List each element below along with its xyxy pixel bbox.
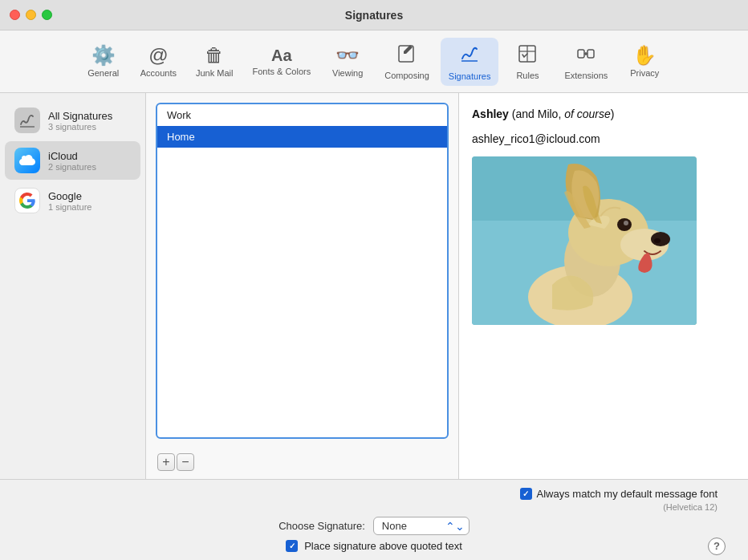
toolbar-label-fonts-colors: Fonts & Colors bbox=[252, 67, 311, 76]
signature-list: Work Home bbox=[156, 103, 449, 439]
google-name: Google bbox=[48, 190, 91, 202]
toolbar-item-viewing[interactable]: 👓 Viewing bbox=[322, 41, 373, 83]
composing-icon bbox=[396, 43, 417, 67]
svg-point-17 bbox=[654, 238, 661, 243]
toolbar-label-junk-mail: Junk Mail bbox=[196, 68, 233, 78]
svg-point-19 bbox=[624, 221, 628, 225]
toolbar-item-extensions[interactable]: Extensions bbox=[556, 39, 616, 85]
all-signatures-name: All Signatures bbox=[48, 110, 112, 122]
toolbar-item-composing[interactable]: Composing bbox=[376, 39, 437, 85]
add-signature-button[interactable]: + bbox=[157, 453, 175, 471]
titlebar: Signatures bbox=[0, 0, 748, 30]
general-icon: ⚙️ bbox=[91, 46, 116, 65]
font-match-label: Always match my default message font bbox=[537, 488, 718, 500]
all-signatures-text: All Signatures 3 signatures bbox=[48, 110, 112, 132]
toolbar-item-general[interactable]: ⚙️ General bbox=[78, 41, 129, 83]
sidebar-item-icloud[interactable]: iCloud 2 signatures bbox=[5, 141, 140, 180]
middle-panel: Work Home + − bbox=[146, 93, 459, 479]
preview-panel: Ashley (and Milo, of course) ashley_rico… bbox=[459, 93, 748, 479]
minimize-button[interactable] bbox=[26, 10, 36, 20]
font-hint: (Helvetica 12) bbox=[663, 502, 718, 512]
all-signatures-icon bbox=[14, 108, 40, 133]
sidebar: All Signatures 3 signatures iCloud 2 sig… bbox=[0, 93, 146, 479]
choose-sig-select[interactable]: None Work Home Random bbox=[373, 517, 470, 535]
svg-rect-5 bbox=[578, 50, 584, 58]
google-count: 1 signature bbox=[48, 202, 91, 212]
sig-name-suffix: (and Milo, of course) bbox=[509, 108, 615, 120]
icloud-icon bbox=[14, 148, 40, 173]
toolbar-label-composing: Composing bbox=[384, 71, 429, 80]
privacy-icon: ✋ bbox=[632, 46, 657, 65]
signatures-icon bbox=[458, 43, 481, 68]
zoom-button[interactable] bbox=[42, 10, 52, 20]
svg-point-16 bbox=[651, 232, 670, 246]
sidebar-item-google[interactable]: Google 1 signature bbox=[5, 181, 140, 220]
sig-preview-email: ashley_rico1@icloud.com bbox=[472, 132, 735, 145]
traffic-lights bbox=[10, 10, 52, 20]
all-signatures-count: 3 signatures bbox=[48, 122, 112, 132]
toolbar-item-fonts-colors[interactable]: Aa Fonts & Colors bbox=[244, 43, 319, 81]
toolbar-item-privacy[interactable]: ✋ Privacy bbox=[619, 41, 670, 83]
choose-sig-row: Choose Signature: None Work Home Random … bbox=[16, 517, 732, 535]
fonts-colors-icon: Aa bbox=[271, 47, 292, 63]
sig-name-bold: Ashley bbox=[472, 108, 509, 120]
toolbar-item-rules[interactable]: Rules bbox=[502, 39, 553, 85]
main-content: All Signatures 3 signatures iCloud 2 sig… bbox=[0, 93, 748, 560]
rules-icon bbox=[517, 43, 538, 67]
toolbar-label-signatures: Signatures bbox=[449, 71, 491, 81]
icloud-text: iCloud 2 signatures bbox=[48, 150, 96, 172]
sig-preview-name: Ashley (and Milo, of course) bbox=[472, 106, 735, 123]
sig-list-actions: + − bbox=[146, 448, 458, 479]
sidebar-item-all-signatures[interactable]: All Signatures 3 signatures bbox=[5, 101, 140, 140]
icloud-count: 2 signatures bbox=[48, 162, 96, 172]
window-title: Signatures bbox=[345, 9, 403, 22]
toolbar-label-general: General bbox=[87, 68, 119, 78]
sig-list-container: Work Home bbox=[146, 93, 458, 448]
google-text: Google 1 signature bbox=[48, 190, 91, 212]
accounts-icon: @ bbox=[148, 46, 168, 65]
sig-preview-image bbox=[472, 156, 697, 325]
place-above-checkbox[interactable] bbox=[286, 540, 298, 552]
options-bar: Always match my default message font (He… bbox=[0, 479, 748, 560]
font-match-row: Always match my default message font bbox=[520, 488, 718, 500]
sig-item-work[interactable]: Work bbox=[157, 104, 447, 126]
choose-sig-select-wrapper: None Work Home Random ⌃⌄ bbox=[373, 517, 470, 535]
place-above-label: Place signature above quoted text bbox=[304, 540, 462, 552]
toolbar-item-accounts[interactable]: @ Accounts bbox=[132, 41, 185, 83]
choose-sig-label: Choose Signature: bbox=[278, 520, 365, 532]
toolbar: ⚙️ General @ Accounts 🗑 Junk Mail Aa Fon… bbox=[0, 30, 748, 93]
remove-signature-button[interactable]: − bbox=[177, 453, 194, 471]
quoted-text-row: Place signature above quoted text bbox=[286, 540, 462, 552]
toolbar-item-junk-mail[interactable]: 🗑 Junk Mail bbox=[188, 41, 241, 83]
sig-item-home[interactable]: Home bbox=[157, 126, 447, 148]
font-match-checkbox[interactable] bbox=[520, 488, 532, 500]
toolbar-label-extensions: Extensions bbox=[564, 71, 608, 80]
viewing-icon: 👓 bbox=[335, 46, 360, 65]
junk-mail-icon: 🗑 bbox=[205, 46, 224, 65]
toolbar-item-signatures[interactable]: Signatures bbox=[441, 38, 499, 86]
help-button[interactable]: ? bbox=[708, 538, 726, 555]
google-icon bbox=[14, 188, 40, 213]
toolbar-label-accounts: Accounts bbox=[140, 68, 177, 78]
close-button[interactable] bbox=[10, 10, 20, 20]
toolbar-label-viewing: Viewing bbox=[332, 68, 363, 78]
toolbar-label-rules: Rules bbox=[516, 71, 539, 80]
svg-rect-6 bbox=[587, 50, 594, 58]
toolbar-label-privacy: Privacy bbox=[630, 68, 659, 78]
icloud-name: iCloud bbox=[48, 150, 96, 162]
content-area: All Signatures 3 signatures iCloud 2 sig… bbox=[0, 93, 748, 479]
sig-italic: of course bbox=[564, 108, 611, 120]
extensions-icon bbox=[575, 43, 596, 67]
